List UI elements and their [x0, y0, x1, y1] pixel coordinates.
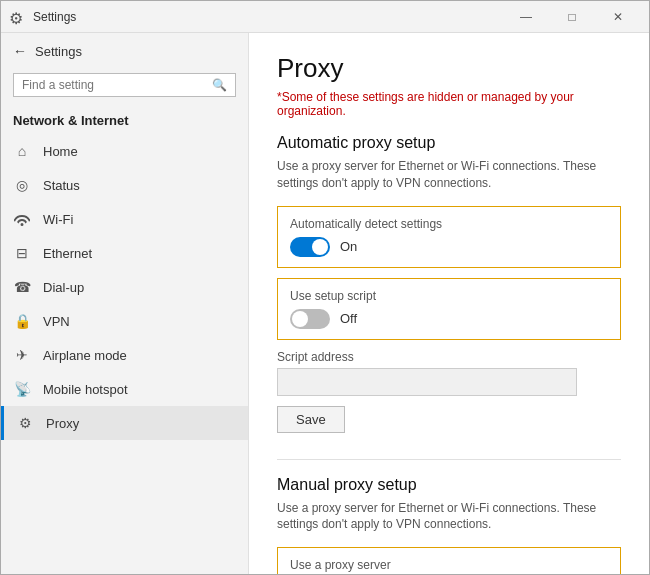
sidebar-item-proxy[interactable]: ⚙ Proxy: [1, 406, 248, 440]
hotspot-icon: 📡: [13, 380, 31, 398]
script-address-label: Script address: [277, 350, 621, 364]
search-input[interactable]: [22, 78, 212, 92]
manual-section-title: Manual proxy setup: [277, 476, 621, 494]
use-proxy-label: Use a proxy server: [290, 558, 608, 572]
settings-icon: ⚙: [9, 9, 25, 25]
setup-script-label: Use setup script: [290, 289, 608, 303]
sidebar-item-wifi-label: Wi-Fi: [43, 212, 73, 227]
org-notice: *Some of these settings are hidden or ma…: [277, 90, 621, 118]
title-bar: ⚙ Settings — □ ✕: [1, 1, 649, 33]
auto-section-title: Automatic proxy setup: [277, 134, 621, 152]
sidebar-item-airplane-label: Airplane mode: [43, 348, 127, 363]
wifi-icon: [13, 210, 31, 228]
main-content: Proxy *Some of these settings are hidden…: [249, 33, 649, 574]
dialup-icon: ☎: [13, 278, 31, 296]
sidebar-item-vpn[interactable]: 🔒 VPN: [1, 304, 248, 338]
search-box[interactable]: 🔍: [13, 73, 236, 97]
proxy-icon: ⚙: [16, 414, 34, 432]
sidebar-item-status[interactable]: ◎ Status: [1, 168, 248, 202]
vpn-icon: 🔒: [13, 312, 31, 330]
use-proxy-box: Use a proxy server Off: [277, 547, 621, 574]
sidebar-item-dialup[interactable]: ☎ Dial-up: [1, 270, 248, 304]
page-title: Proxy: [277, 53, 621, 84]
sidebar-item-airplane[interactable]: ✈ Airplane mode: [1, 338, 248, 372]
manual-section-desc: Use a proxy server for Ethernet or Wi-Fi…: [277, 500, 621, 534]
back-arrow-icon: ←: [13, 43, 27, 59]
setup-script-thumb: [292, 311, 308, 327]
auto-detect-label: Automatically detect settings: [290, 217, 608, 231]
ethernet-icon: ⊟: [13, 244, 31, 262]
sidebar-item-home[interactable]: ⌂ Home: [1, 134, 248, 168]
title-bar-title: Settings: [33, 10, 503, 24]
auto-section-desc: Use a proxy server for Ethernet or Wi-Fi…: [277, 158, 621, 192]
window-controls: — □ ✕: [503, 1, 641, 33]
section-divider: [277, 459, 621, 460]
sidebar-item-status-label: Status: [43, 178, 80, 193]
setup-script-box: Use setup script Off: [277, 278, 621, 340]
auto-detect-toggle-row: On: [290, 237, 608, 257]
airplane-icon: ✈: [13, 346, 31, 364]
sidebar-item-proxy-label: Proxy: [46, 416, 79, 431]
sidebar-item-wifi[interactable]: Wi-Fi: [1, 202, 248, 236]
sidebar-item-ethernet-label: Ethernet: [43, 246, 92, 261]
search-icon: 🔍: [212, 78, 227, 92]
auto-detect-state: On: [340, 239, 357, 254]
minimize-button[interactable]: —: [503, 1, 549, 33]
sidebar: ← Settings 🔍 Network & Internet ⌂ Home ◎…: [1, 33, 249, 574]
sidebar-back-label: Settings: [35, 44, 82, 59]
setup-script-state: Off: [340, 311, 357, 326]
sidebar-item-dialup-label: Dial-up: [43, 280, 84, 295]
sidebar-back-button[interactable]: ← Settings: [1, 33, 248, 69]
home-icon: ⌂: [13, 142, 31, 160]
sidebar-item-hotspot[interactable]: 📡 Mobile hotspot: [1, 372, 248, 406]
window-content: ← Settings 🔍 Network & Internet ⌂ Home ◎…: [1, 33, 649, 574]
save-button[interactable]: Save: [277, 406, 345, 433]
sidebar-item-hotspot-label: Mobile hotspot: [43, 382, 128, 397]
settings-window: ⚙ Settings — □ ✕ ← Settings 🔍 Network & …: [0, 0, 650, 575]
sidebar-item-ethernet[interactable]: ⊟ Ethernet: [1, 236, 248, 270]
sidebar-item-home-label: Home: [43, 144, 78, 159]
setup-script-toggle-row: Off: [290, 309, 608, 329]
script-address-input[interactable]: [277, 368, 577, 396]
setup-script-toggle[interactable]: [290, 309, 330, 329]
sidebar-section-title: Network & Internet: [1, 105, 248, 134]
close-button[interactable]: ✕: [595, 1, 641, 33]
sidebar-item-vpn-label: VPN: [43, 314, 70, 329]
maximize-button[interactable]: □: [549, 1, 595, 33]
auto-detect-thumb: [312, 239, 328, 255]
status-icon: ◎: [13, 176, 31, 194]
auto-detect-toggle[interactable]: [290, 237, 330, 257]
auto-detect-box: Automatically detect settings On: [277, 206, 621, 268]
